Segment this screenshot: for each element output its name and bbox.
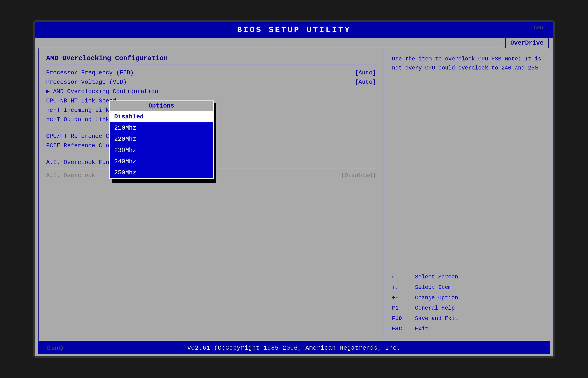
key-name-5: ESC	[392, 324, 410, 333]
menu-item-vid[interactable]: Processor Voltage (VID) [Auto]	[46, 79, 376, 85]
key-name-1: ↑↓	[392, 283, 410, 292]
key-name-2: +-	[392, 294, 410, 302]
tab-bar: OverDrive	[35, 38, 553, 48]
help-text: Use the item to overclock CPU FSB Note: …	[392, 54, 542, 73]
key-row-4: F10 Save and Exit	[392, 314, 542, 323]
key-row-3: F1 General Help	[392, 304, 542, 313]
fid-label: Processor Frequency (FID)	[46, 69, 134, 76]
key-row-1: ↑↓ Select Item	[392, 283, 542, 292]
key-name-3: F1	[392, 304, 410, 313]
key-desc-5: Exit	[415, 324, 428, 333]
menu-item-amd-oc[interactable]: ► AMD Overclocking Configuration	[46, 88, 376, 95]
menu-item-fid[interactable]: Processor Frequency (FID) [Auto]	[46, 69, 376, 76]
dropdown-options[interactable]: Options Disabled 210Mhz 220Mhz 230Mhz 24…	[109, 100, 214, 179]
dropdown-item-230[interactable]: 230Mhz	[110, 145, 213, 156]
key-desc-1: Select Item	[415, 283, 451, 292]
fid-value: [Auto]	[355, 69, 376, 76]
key-row-5: ESC Exit	[392, 324, 542, 333]
cpu-nb-label: CPU-NB HT Link Speed	[46, 98, 116, 104]
key-name-0: ←	[392, 273, 410, 282]
dropdown-item-220[interactable]: 220Mhz	[110, 134, 213, 145]
right-panel: Use the item to overclock CPU FSB Note: …	[384, 48, 549, 341]
left-panel: AMD Overclocking Configuration Processor…	[39, 48, 384, 341]
monitor-brand: BenQ	[47, 345, 64, 351]
vid-value: [Auto]	[355, 79, 376, 85]
section-title: AMD Overclocking Configuration	[46, 54, 376, 62]
key-desc-4: Save and Exit	[415, 314, 458, 323]
tab-overdrive[interactable]: OverDrive	[505, 38, 548, 48]
key-row-2: +- Change Option	[392, 294, 542, 302]
monitor: HDMI BIOS SETUP UTILITY OverDrive AMD Ov…	[33, 20, 555, 358]
key-name-4: F10	[392, 314, 410, 323]
key-help: ← Select Screen ↑↓ Select Item +- Change…	[392, 271, 542, 335]
key-row-0: ← Select Screen	[392, 273, 542, 282]
vid-label: Processor Voltage (VID)	[46, 79, 127, 85]
bios-screen: BIOS SETUP UTILITY OverDrive AMD Overclo…	[35, 22, 553, 356]
main-content: AMD Overclocking Configuration Processor…	[38, 48, 550, 342]
dropdown-item-250[interactable]: 250Mhz	[110, 167, 213, 178]
ai-oc-label: A.I. Overclock	[46, 172, 95, 179]
dropdown-item-210[interactable]: 210Mhz	[110, 122, 213, 134]
divider-1	[46, 65, 376, 65]
key-desc-0: Select Screen	[415, 273, 458, 282]
key-desc-2: Change Option	[415, 294, 458, 302]
footer-bar: v02.61 (C)Copyright 1985-2006, American …	[38, 342, 550, 354]
ai-oc-value: [Disabled]	[341, 172, 376, 179]
hdmi-label: HDMI	[532, 25, 544, 30]
bios-title: BIOS SETUP UTILITY	[35, 22, 553, 38]
right-panel-inner: Use the item to overclock CPU FSB Note: …	[392, 54, 542, 335]
dropdown-item-240[interactable]: 240Mhz	[110, 156, 213, 167]
dropdown-item-disabled[interactable]: Disabled	[110, 111, 213, 122]
dropdown-title: Options	[110, 101, 213, 111]
key-desc-3: General Help	[415, 304, 455, 313]
